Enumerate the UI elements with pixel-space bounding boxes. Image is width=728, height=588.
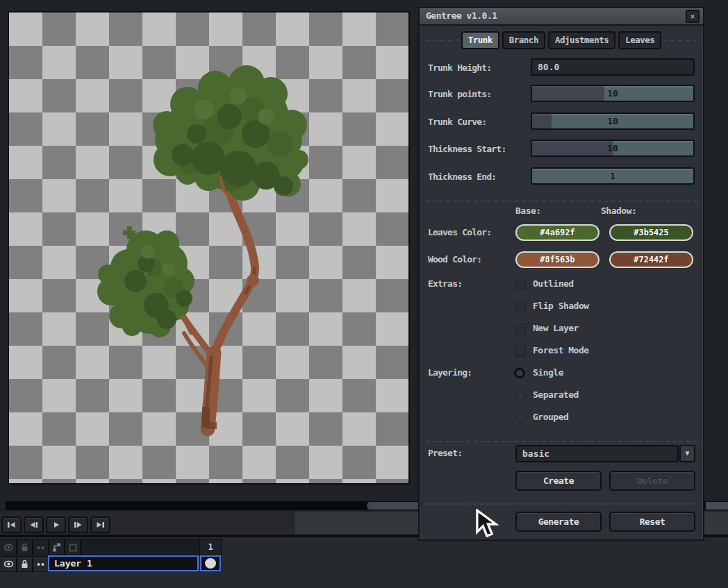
play-icon (51, 521, 60, 529)
trunk-points-slider[interactable]: 10 (531, 85, 695, 102)
wood-shadow-color-button[interactable]: #72442f (609, 251, 693, 268)
layer-lock-toggle[interactable] (17, 556, 33, 572)
trunk-height-input[interactable] (531, 58, 695, 76)
tab-trunk[interactable]: Trunk (461, 31, 499, 49)
tab-bar-dash-right (663, 40, 697, 41)
mouse-cursor (475, 509, 499, 539)
leaves-color-label: Leaves Color: (428, 227, 491, 237)
chevron-down-icon[interactable]: ▼ (679, 445, 695, 462)
playback-controls (1, 516, 110, 533)
thickness-end-value: 1 (532, 169, 693, 183)
tab-bar-dash-left (425, 40, 460, 41)
wood-color-label: Wood Color: (428, 254, 481, 264)
separated-radio[interactable] (516, 392, 525, 398)
single-label: Single (533, 367, 563, 378)
trunk-points-label: Trunk points: (428, 89, 491, 99)
timeline-header-filler (81, 539, 200, 555)
layer-continuous-toggle[interactable] (33, 556, 49, 572)
forest-mode-label: Forest Mode (533, 345, 589, 355)
square-outline-icon (69, 544, 77, 552)
preset-dropdown[interactable]: basic (515, 445, 679, 462)
previous-frame-icon (29, 521, 38, 529)
frame-number-cell[interactable]: 1 (199, 539, 222, 555)
dialog-titlebar[interactable]: Gentree v1.0.1 ✕ (420, 8, 703, 26)
thickness-end-label: Thickness End: (428, 171, 496, 182)
eye-icon (3, 544, 14, 551)
two-dots-icon (36, 562, 45, 567)
preset-label: Preset: (428, 448, 462, 458)
header-lock-cell[interactable] (17, 539, 33, 555)
flip-shadow-checkbox[interactable] (515, 302, 526, 312)
new-layer-checkbox[interactable] (515, 324, 526, 335)
play-button[interactable] (46, 516, 66, 533)
separated-label: Separated (533, 389, 579, 400)
shadow-column-header: Shadow: (601, 205, 636, 216)
thickness-start-value: 10 (532, 141, 693, 156)
leaves-shadow-color-button[interactable]: #3b5425 (609, 224, 693, 241)
cel-thumbnail[interactable] (200, 555, 221, 571)
close-icon[interactable]: ✕ (686, 10, 700, 23)
flip-shadow-label: Flip Shadow (533, 301, 589, 311)
trunk-curve-label: Trunk Curve: (428, 117, 486, 127)
canvas-artwork-tree (9, 12, 408, 483)
thickness-start-label: Thickness Start: (428, 144, 506, 154)
header-cel-outline-cell[interactable] (65, 539, 81, 555)
grouped-label: Grouped (533, 412, 568, 422)
last-frame-button[interactable] (90, 516, 110, 533)
grouped-radio[interactable] (516, 414, 525, 421)
header-eye-cell[interactable] (1, 539, 17, 555)
tab-adjustments[interactable]: Adjustments (548, 31, 615, 49)
leaves-base-color-button[interactable]: #4a692f (515, 224, 599, 241)
trunk-curve-value: 10 (532, 114, 693, 128)
tab-branch[interactable]: Branch (502, 31, 545, 49)
wood-base-color-button[interactable]: #8f563b (515, 251, 599, 268)
next-frame-icon (74, 521, 83, 529)
generate-button[interactable]: Generate (515, 512, 602, 532)
two-dots-icon (36, 545, 45, 551)
reset-button[interactable]: Reset (609, 512, 695, 532)
thickness-start-slider[interactable]: 10 (531, 140, 695, 157)
create-button[interactable]: Create (515, 471, 602, 491)
forest-mode-checkbox[interactable] (515, 346, 526, 357)
trunk-curve-slider[interactable]: 10 (531, 112, 695, 130)
layer-name[interactable]: Layer 1 (48, 555, 199, 571)
layer-visibility-toggle[interactable] (1, 556, 17, 572)
tab-leaves[interactable]: Leaves (618, 31, 661, 49)
canvas-hscrollbar-thumb-right[interactable] (706, 502, 728, 510)
sprite-canvas[interactable] (8, 11, 410, 485)
app-window: 1 Layer 1 Gentree v1.0.1 ✕ Trunk Branch (0, 0, 728, 588)
tab-bar: Trunk Branch Adjustments Leaves (425, 31, 697, 49)
header-continuous-cell[interactable] (33, 539, 49, 555)
dialog-title: Gentree v1.0.1 (420, 8, 703, 23)
gentree-dialog: Gentree v1.0.1 ✕ Trunk Branch Adjustment… (418, 7, 704, 541)
layering-label: Layering: (428, 367, 472, 378)
thickness-end-slider[interactable]: 1 (531, 167, 695, 185)
base-column-header: Base: (515, 205, 541, 216)
outlined-label: Outlined (533, 278, 574, 289)
trunk-points-value: 10 (532, 86, 693, 101)
next-frame-button[interactable] (68, 516, 88, 533)
last-frame-icon (96, 521, 105, 529)
header-layer-hierarchy-cell[interactable] (49, 539, 65, 555)
extras-label: Extras: (428, 278, 462, 289)
single-radio[interactable] (514, 368, 525, 378)
lock-icon (21, 560, 28, 569)
cel-content-dot (205, 558, 216, 569)
delete-button[interactable]: Delete (609, 471, 695, 491)
trunk-height-label: Trunk Height: (428, 62, 491, 73)
previous-frame-button[interactable] (24, 516, 44, 533)
lock-icon (21, 543, 28, 552)
first-frame-button[interactable] (1, 516, 22, 533)
canvas-hscrollbar-thumb[interactable] (367, 502, 420, 510)
layer-hierarchy-icon (51, 542, 62, 553)
first-frame-icon (7, 521, 16, 529)
separator (425, 201, 697, 202)
eye-icon (3, 560, 14, 568)
separator (425, 503, 697, 505)
outlined-checkbox[interactable] (515, 280, 526, 290)
separator (425, 441, 697, 442)
new-layer-label: New Layer (533, 323, 579, 333)
